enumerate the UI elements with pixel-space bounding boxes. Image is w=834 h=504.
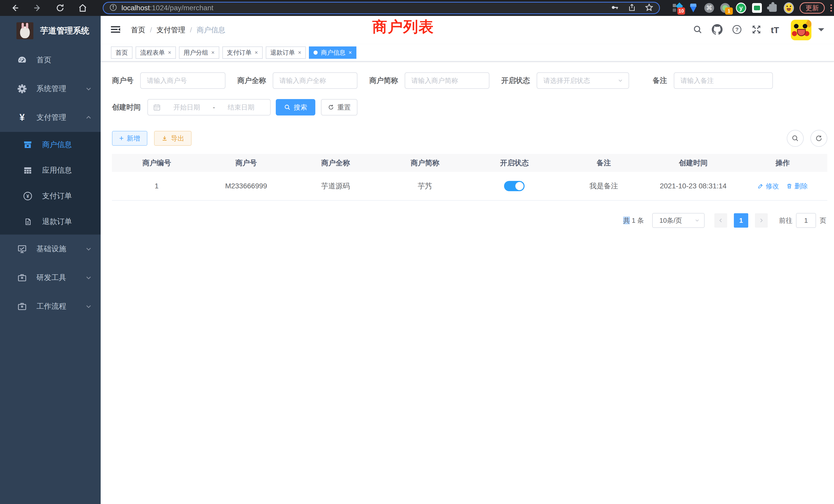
chevron-down-icon (694, 217, 700, 223)
create-time-range-picker[interactable]: 开始日期 - 结束日期 (147, 99, 271, 115)
bookmark-star-icon[interactable] (645, 3, 654, 13)
sidebar-item-pay[interactable]: ¥ 支付管理 (0, 103, 101, 132)
extension-command-icon[interactable]: ⌘ (704, 3, 714, 13)
breadcrumb-pay[interactable]: 支付管理 (157, 25, 185, 35)
short-name-label: 商户简称 (369, 76, 398, 86)
export-button[interactable]: 导出 (154, 131, 192, 146)
next-page-button[interactable] (755, 213, 768, 228)
tab-process-form[interactable]: 流程表单 × (136, 46, 176, 59)
tab-user-group[interactable]: 用户分组 × (179, 46, 219, 59)
sidebar-item-label: 支付管理 (37, 112, 85, 123)
shop-icon (22, 140, 34, 150)
breadcrumb-home[interactable]: 首页 (131, 25, 145, 35)
extension-tasks-icon[interactable]: 10 (672, 3, 682, 13)
url-text: localhost:1024/pay/merchant (122, 4, 213, 12)
full-name-input[interactable] (273, 72, 357, 89)
tab-close-icon[interactable]: × (348, 49, 352, 56)
app-logo-row[interactable]: 芋道管理系统 (0, 16, 101, 46)
browser-menu-icon[interactable] (830, 4, 832, 12)
svg-text:?: ? (736, 27, 739, 32)
extension-chat-icon[interactable] (752, 3, 762, 13)
sidebar-item-pay-order[interactable]: ¥ 支付订单 (0, 183, 101, 209)
page-size-select[interactable]: 10条/页 (652, 213, 705, 228)
goto-label: 前往 (779, 216, 792, 225)
prev-page-button[interactable] (714, 213, 727, 228)
short-name-input[interactable] (405, 72, 489, 89)
page-number-current[interactable]: 1 (734, 213, 748, 228)
edit-link[interactable]: 修改 (758, 182, 779, 191)
goto-page-input[interactable] (796, 213, 816, 228)
breadcrumb: 首页 / 支付管理 / 商户信息 (131, 25, 225, 35)
toggle-search-button[interactable] (787, 130, 804, 147)
table-toolbar: + 新增 导出 (101, 130, 834, 147)
col-header-create-time: 创建时间 (649, 154, 738, 172)
font-size-icon[interactable]: tT (771, 25, 779, 35)
sidebar-item-label: 工作流程 (37, 301, 85, 312)
user-avatar[interactable] (791, 20, 811, 40)
sidebar-item-home[interactable]: 首页 (0, 46, 101, 74)
sidebar-item-merchant-info[interactable]: 商户信息 (0, 132, 101, 158)
sidebar-item-workflow[interactable]: 工作流程 (0, 292, 101, 321)
chevron-up-icon (85, 114, 92, 121)
tab-merchant-info-active[interactable]: 商户信息 × (309, 46, 356, 59)
goto-suffix: 页 (820, 216, 826, 225)
status-toggle-on[interactable] (504, 181, 525, 191)
total-text: 共 1 条 (623, 216, 644, 225)
tab-close-icon[interactable]: × (168, 49, 171, 56)
hamburger-icon[interactable] (110, 25, 121, 35)
yen-icon: ¥ (17, 113, 28, 122)
edit-pencil-icon (758, 183, 764, 189)
header-search-icon[interactable] (693, 25, 703, 36)
refresh-table-button[interactable] (810, 130, 827, 147)
extensions-puzzle-icon[interactable] (768, 3, 778, 13)
tab-close-icon[interactable]: × (298, 49, 302, 56)
password-key-icon[interactable] (610, 3, 619, 13)
status-select[interactable]: 请选择开启状态 (537, 72, 629, 89)
table-row: 1 M233666999 芋道源码 芋艿 我是备注 2021-10-23 08:… (112, 172, 827, 201)
browser-update-button[interactable]: 更新 (799, 2, 825, 14)
col-header-merchant-no: 商户号 (201, 154, 291, 172)
briefcase-icon (17, 301, 28, 311)
tab-close-icon[interactable]: × (255, 49, 258, 56)
briefcase-icon (17, 273, 28, 282)
tab-pay-order[interactable]: 支付订单 × (222, 46, 263, 59)
site-info-icon[interactable] (109, 3, 117, 13)
extension-y-icon[interactable]: y (736, 3, 746, 13)
address-bar[interactable]: localhost:1024/pay/merchant (103, 2, 660, 14)
merchant-no-input[interactable] (140, 72, 225, 89)
browser-home-button[interactable] (77, 2, 88, 14)
col-header-short-name: 商户简称 (380, 154, 470, 172)
browser-profile-avatar[interactable] (784, 3, 794, 13)
extension-camera-icon[interactable]: 1 (720, 3, 730, 13)
search-button[interactable]: 搜索 (276, 99, 315, 115)
help-icon[interactable]: ? (732, 24, 742, 36)
download-icon (161, 135, 168, 142)
sidebar-item-app-info[interactable]: 应用信息 (0, 158, 101, 183)
browser-back-button[interactable] (9, 2, 21, 14)
app-logo-image (17, 22, 34, 39)
sidebar-item-infra[interactable]: 基础设施 (0, 234, 101, 263)
sidebar-item-system[interactable]: 系统管理 (0, 74, 101, 103)
tab-home[interactable]: 首页 (111, 46, 132, 59)
remark-input[interactable] (674, 72, 773, 89)
sidebar-item-label: 支付订单 (42, 191, 92, 201)
extension-gem-icon[interactable] (688, 3, 698, 13)
avatar-dropdown-caret[interactable] (818, 28, 824, 35)
sidebar-item-dev-tools[interactable]: 研发工具 (0, 263, 101, 292)
share-icon[interactable] (628, 3, 636, 13)
browser-reload-button[interactable] (54, 2, 66, 14)
add-button[interactable]: + 新增 (112, 131, 147, 146)
github-icon[interactable] (712, 24, 723, 36)
dashboard-icon (17, 55, 28, 65)
fullscreen-icon[interactable] (751, 24, 762, 36)
tab-close-icon[interactable]: × (211, 49, 215, 56)
browser-forward-button[interactable] (32, 2, 43, 14)
sidebar-item-refund-order[interactable]: 退款订单 (0, 209, 101, 234)
reset-button[interactable]: 重置 (321, 99, 357, 115)
tab-bar: 首页 流程表单 × 用户分组 × 支付订单 × 退款订单 × 商户信息 × (101, 44, 834, 62)
chevron-down-icon (85, 274, 92, 281)
delete-link[interactable]: 删除 (786, 182, 808, 191)
tab-refund-order[interactable]: 退款订单 × (266, 46, 306, 59)
document-icon (22, 217, 34, 226)
calendar-icon (153, 104, 161, 111)
